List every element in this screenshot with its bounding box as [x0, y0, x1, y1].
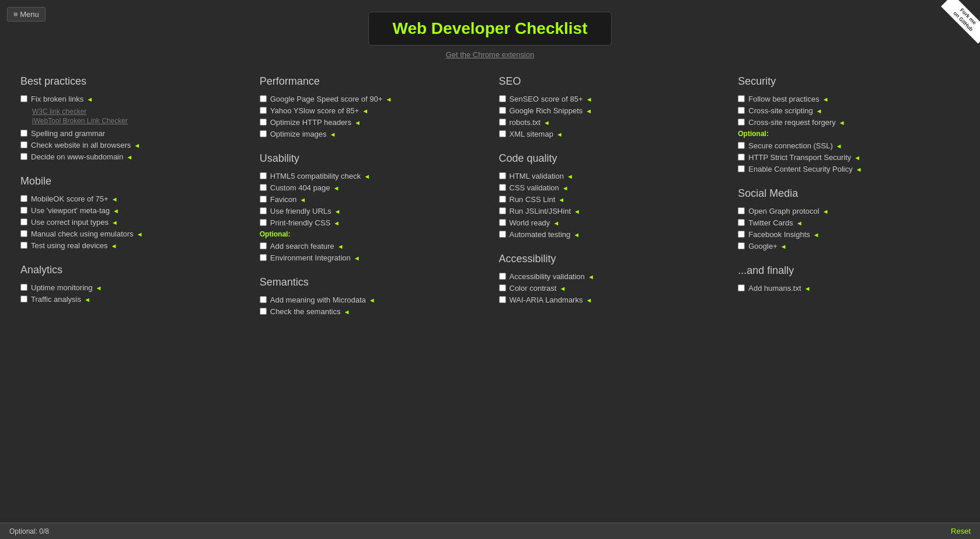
link-icon-csp[interactable]: ◄ [854, 166, 862, 173]
checkbox-facebook-insights[interactable] [738, 231, 745, 238]
checkbox-microdata[interactable] [260, 296, 267, 303]
menu-button[interactable]: ≡ Menu [7, 7, 46, 22]
checkbox-check-semantics[interactable] [260, 308, 267, 315]
link-icon-yslow[interactable]: ◄ [360, 107, 368, 114]
link-icon-xss[interactable]: ◄ [814, 107, 822, 114]
link-icon-html5-compat[interactable]: ◄ [362, 173, 370, 180]
checkbox-csp[interactable] [738, 165, 745, 172]
link-icon-www-subdomain[interactable]: ◄ [124, 154, 132, 161]
checkbox-favicon[interactable] [260, 196, 267, 203]
link-icon-traffic-analysis[interactable]: ◄ [82, 296, 90, 303]
checkbox-rich-snippets[interactable] [499, 107, 506, 114]
checkbox-pagespeed[interactable] [260, 95, 267, 102]
checkbox-wai-aria[interactable] [499, 296, 506, 303]
link-icon-mobileok[interactable]: ◄ [110, 196, 118, 203]
link-icon-custom-404[interactable]: ◄ [331, 185, 339, 192]
link-icon-favicon[interactable]: ◄ [298, 196, 306, 203]
link-icon-fix-broken-links[interactable]: ◄ [85, 96, 93, 103]
link-icon-pagespeed[interactable]: ◄ [383, 96, 392, 103]
checkbox-css-lint[interactable] [499, 196, 506, 203]
checkbox-print-css[interactable] [260, 219, 267, 226]
checkbox-input-types[interactable] [20, 218, 27, 225]
checkbox-humans-txt[interactable] [738, 284, 745, 291]
checkbox-custom-404[interactable] [260, 184, 267, 191]
link-icon-html-validation[interactable]: ◄ [565, 173, 573, 180]
checkbox-senseo[interactable] [499, 95, 506, 102]
sub-link-iwebtool-broken-link-checker[interactable]: iWebTool Broken Link Checker [32, 117, 128, 125]
link-icon-accessibility-validation[interactable]: ◄ [586, 273, 594, 280]
checkbox-real-devices[interactable] [20, 242, 27, 249]
sub-link-w3c-link-checker[interactable]: W3C link checker [32, 107, 128, 116]
link-icon-css-lint[interactable]: ◄ [556, 196, 564, 203]
link-icon-rich-snippets[interactable]: ◄ [584, 107, 592, 114]
checkbox-uptime-monitoring[interactable] [20, 284, 27, 291]
link-icon-print-css[interactable]: ◄ [332, 220, 340, 227]
link-icon-open-graph[interactable]: ◄ [821, 208, 829, 215]
link-icon-twitter-cards[interactable]: ◄ [794, 220, 803, 227]
checkbox-xss[interactable] [738, 107, 745, 114]
link-icon-google-plus[interactable]: ◄ [779, 243, 787, 250]
checkbox-env-integration[interactable] [260, 254, 267, 261]
checkbox-check-all-browsers[interactable] [20, 141, 27, 148]
checkbox-hsts[interactable] [738, 154, 745, 161]
checkbox-fix-broken-links[interactable] [20, 95, 27, 102]
link-icon-check-semantics[interactable]: ◄ [341, 308, 350, 315]
checkbox-ssl[interactable] [738, 142, 745, 149]
link-icon-world-ready[interactable]: ◄ [551, 220, 559, 227]
checkbox-optimize-images[interactable] [260, 130, 267, 137]
checkbox-http-headers[interactable] [260, 119, 267, 126]
github-ribbon[interactable]: Fork meon GitHub [933, 0, 980, 47]
checkbox-traffic-analysis[interactable] [20, 295, 27, 302]
checkbox-html5-compat[interactable] [260, 172, 267, 179]
link-icon-senseo[interactable]: ◄ [584, 96, 592, 103]
checkbox-color-contrast[interactable] [499, 284, 506, 291]
link-icon-env-integration[interactable]: ◄ [352, 255, 360, 262]
checkbox-css-validation[interactable] [499, 184, 506, 191]
link-icon-ssl[interactable]: ◄ [834, 142, 842, 149]
link-icon-microdata[interactable]: ◄ [367, 297, 375, 304]
link-icon-friendly-urls[interactable]: ◄ [333, 208, 341, 215]
link-icon-http-headers[interactable]: ◄ [353, 119, 361, 126]
link-icon-viewport[interactable]: ◄ [111, 207, 119, 214]
link-icon-input-types[interactable]: ◄ [110, 219, 118, 226]
link-icon-check-all-browsers[interactable]: ◄ [132, 142, 140, 149]
checkbox-yslow[interactable] [260, 107, 267, 114]
checkbox-world-ready[interactable] [499, 219, 506, 226]
checkbox-emulators[interactable] [20, 230, 27, 237]
link-icon-search-feature[interactable]: ◄ [336, 243, 344, 250]
reset-button[interactable]: Reset [951, 527, 971, 535]
chrome-extension-link[interactable]: Get the Chrome extension [0, 50, 980, 59]
checkbox-www-subdomain[interactable] [20, 153, 27, 160]
checkbox-xml-sitemap[interactable] [499, 130, 506, 137]
checkbox-mobileok[interactable] [20, 195, 27, 202]
link-icon-best-practices-sec[interactable]: ◄ [821, 96, 829, 103]
checkbox-jslint[interactable] [499, 207, 506, 214]
link-icon-automated-testing[interactable]: ◄ [571, 231, 580, 238]
link-icon-xml-sitemap[interactable]: ◄ [554, 131, 563, 138]
checkbox-search-feature[interactable] [260, 242, 267, 249]
checkbox-friendly-urls[interactable] [260, 207, 267, 214]
checkbox-twitter-cards[interactable] [738, 219, 745, 226]
checkbox-csrf[interactable] [738, 119, 745, 126]
checkbox-open-graph[interactable] [738, 207, 745, 214]
checkbox-spelling-grammar[interactable] [20, 130, 27, 137]
link-icon-emulators[interactable]: ◄ [135, 231, 143, 238]
link-icon-color-contrast[interactable]: ◄ [557, 285, 566, 292]
link-icon-optimize-images[interactable]: ◄ [328, 131, 336, 138]
link-icon-uptime-monitoring[interactable]: ◄ [94, 284, 102, 291]
link-icon-facebook-insights[interactable]: ◄ [811, 231, 819, 238]
checkbox-viewport[interactable] [20, 207, 27, 214]
checkbox-accessibility-validation[interactable] [499, 273, 506, 280]
link-icon-humans-txt[interactable]: ◄ [803, 285, 811, 292]
checkbox-best-practices-sec[interactable] [738, 95, 745, 102]
checkbox-google-plus[interactable] [738, 242, 745, 249]
link-icon-csrf[interactable]: ◄ [837, 119, 845, 126]
link-icon-css-validation[interactable]: ◄ [560, 185, 569, 192]
link-icon-wai-aria[interactable]: ◄ [584, 297, 592, 304]
link-icon-hsts[interactable]: ◄ [852, 154, 860, 161]
checkbox-automated-testing[interactable] [499, 231, 506, 238]
link-icon-jslint[interactable]: ◄ [572, 208, 580, 215]
link-icon-real-devices[interactable]: ◄ [109, 242, 117, 249]
checkbox-robots-txt[interactable] [499, 119, 506, 126]
link-icon-robots-txt[interactable]: ◄ [542, 119, 550, 126]
